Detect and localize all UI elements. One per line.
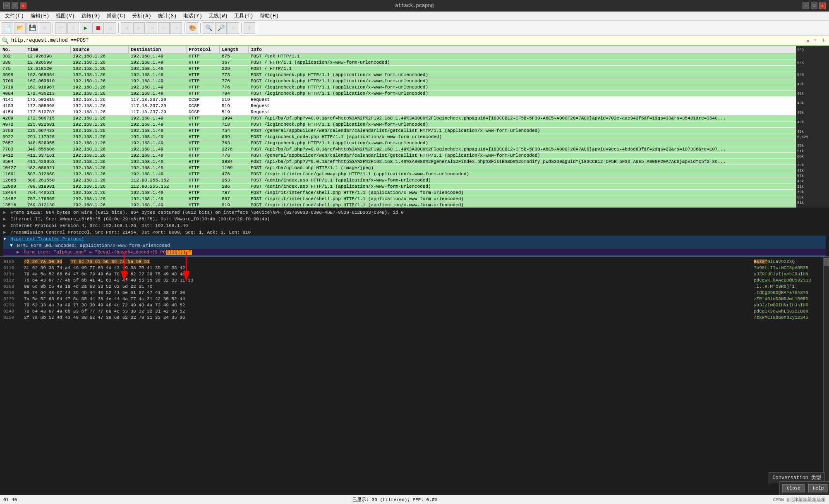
table-row[interactable]: 388 12.926599 192.168.1.26 192.168.1.49 … <box>0 60 829 66</box>
help-btn-bottom[interactable]: Help <box>808 484 828 492</box>
win-restore[interactable]: □ <box>811 2 817 9</box>
table-row[interactable]: 775 13.618120 192.168.1.26 192.168.1.49 … <box>0 66 829 72</box>
packet-detail: ▶ Frame 14228: 864 bytes on wire (6912 b… <box>0 208 829 257</box>
table-row[interactable]: 4084 172.436213 192.168.1.26 192.168.1.4… <box>0 91 829 97</box>
menu-tools[interactable]: 工具(T) <box>231 12 256 20</box>
win-close[interactable]: ✕ <box>819 2 826 9</box>
sep4 <box>200 23 201 33</box>
detail-form[interactable]: ▼ HTML Form URL-Encoded: application/x-w… <box>3 242 826 249</box>
expand-icon-http: ▼ <box>3 236 6 241</box>
col-dest[interactable]: Destination <box>128 46 186 53</box>
filter-expand-btn[interactable]: ▼ <box>812 37 818 44</box>
table-row[interactable]: 4153 172.508068 192.168.1.26 117.18.237.… <box>0 103 829 109</box>
open-btn[interactable]: 📂 <box>14 22 26 34</box>
col-len[interactable]: Length <box>219 46 248 53</box>
capture-options-btn[interactable]: ⚙ <box>67 22 79 34</box>
detail-tcp[interactable]: ▶ Transmission Control Protocol, Src Por… <box>3 229 826 236</box>
zoom-normal-btn[interactable]: ⊙ <box>228 22 239 34</box>
zoom-in-btn[interactable]: 🔍 <box>203 22 214 34</box>
maximize-btn[interactable]: □ <box>12 2 18 9</box>
expand-icon-frame: ▶ <box>3 210 6 215</box>
table-row[interactable]: 3699 162.968564 192.168.1.26 192.168.1.4… <box>0 72 829 78</box>
menu-wireless[interactable]: 无线(W) <box>206 12 231 20</box>
menu-analyze[interactable]: 分析(A) <box>129 12 155 20</box>
menu-file[interactable]: 文件(F) <box>2 12 27 20</box>
hex-line-0: 0100 42 26 7a 30 3d 47 6c 75 61 56 39 7a… <box>3 259 820 265</box>
menu-jump[interactable]: 跳转(G) <box>78 12 104 20</box>
filter-input[interactable] <box>11 38 804 43</box>
hex-line-1: 0110 3f 62 39 38 74 a4 49 69 77 69 4d 43… <box>3 265 820 271</box>
expand-icon-eth: ▶ <box>3 217 6 222</box>
status-right: CSDN @北津笙笙笙笙笙笙 <box>773 497 826 503</box>
table-row[interactable]: 12900 708.318981 192.168.1.26 112.80.255… <box>0 184 829 190</box>
table-row[interactable]: 6922 291.117928 192.168.1.26 192.168.1.4… <box>0 134 829 140</box>
menu-edit[interactable]: 编辑(E) <box>27 12 53 20</box>
filter-icon: 🔍 <box>2 37 9 44</box>
goto-btn[interactable]: ⇥ <box>146 22 157 34</box>
stop-btn[interactable]: ⏹ <box>92 22 104 34</box>
colorize-btn[interactable]: 🎨 <box>187 22 198 34</box>
back-btn[interactable]: ◀ <box>121 22 132 34</box>
detail-ip[interactable]: ▶ Internet Protocol Version 4, Src: 192.… <box>3 222 826 229</box>
detail-ethernet[interactable]: ▶ Ethernet II, Src: VMware_e6:65:f5 (00:… <box>3 216 826 222</box>
hex-line-9: 0250 2f 7a 6b 52 4d 43 49 38 62 47 39 6e… <box>3 315 820 321</box>
start-btn[interactable]: ▶ <box>80 22 91 34</box>
menu-stats[interactable]: 统计(S) <box>155 12 180 20</box>
table-row[interactable]: 9504 411.420053 192.168.1.26 192.168.1.4… <box>0 159 829 165</box>
close-btn[interactable]: ✕ <box>20 2 26 9</box>
top-btn[interactable]: ⇤ <box>158 22 170 34</box>
reload-btn[interactable]: ⟳ <box>55 22 67 34</box>
close-btn-bottom[interactable]: Close <box>782 484 805 492</box>
table-row[interactable]: 3719 162.918967 192.168.1.26 192.168.1.4… <box>0 84 829 91</box>
filter-clear-btn[interactable]: ✕ <box>804 36 812 45</box>
detail-frame[interactable]: ▶ Frame 14228: 864 bytes on wire (6912 b… <box>3 209 826 216</box>
status-left: 01 40 <box>3 497 17 502</box>
col-no[interactable]: No. <box>0 46 25 53</box>
table-row[interactable]: 382 12.926398 192.168.1.26 192.168.1.49 … <box>0 53 829 60</box>
menu-bar: 文件(F) 编辑(E) 视图(V) 跳转(G) 捕获(C) 分析(A) 统计(S… <box>0 12 829 21</box>
hex-line-3: 012e 70 64 43 67 77 4b 5f 6b 41 41 63 42… <box>3 277 820 284</box>
hex-dump: 0100 42 26 7a 30 3d 47 6c 75 61 56 39 7a… <box>0 257 823 504</box>
table-row[interactable]: 10427 482.086921 192.168.1.26 192.168.1.… <box>0 165 829 171</box>
table-row[interactable]: 9412 411.337161 192.168.1.26 192.168.1.4… <box>0 153 829 159</box>
detail-http[interactable]: ▼ Hypertext Transfer Protocol <box>3 236 826 242</box>
menu-help[interactable]: 帮助(H) <box>256 12 282 20</box>
new-btn[interactable]: 📄 <box>2 22 13 34</box>
hex-scrollbar-thumb[interactable] <box>824 258 829 266</box>
detail-http-text: Hypertext Transfer Protocol <box>10 236 84 241</box>
close-file-btn[interactable]: ✖ <box>39 22 50 34</box>
zoom-out-btn[interactable]: 🔎 <box>215 22 227 34</box>
col-info[interactable]: Info <box>248 46 829 53</box>
menu-capture[interactable]: 捕获(C) <box>103 12 129 20</box>
forward-btn[interactable]: ▶ <box>133 22 145 34</box>
table-row[interactable]: 4972 225.022681 192.168.1.26 192.168.1.4… <box>0 122 829 128</box>
table-row[interactable]: 3709 162.869610 192.168.1.26 192.168.1.4… <box>0 78 829 84</box>
table-row[interactable]: 13464 764.449521 192.168.1.26 192.168.1.… <box>0 190 829 196</box>
filter-add-btn[interactable]: + <box>820 36 827 45</box>
table-row[interactable]: 4289 172.586715 192.168.1.26 192.168.1.4… <box>0 115 829 122</box>
table-row[interactable]: 11691 587.312668 192.168.1.26 192.168.1.… <box>0 171 829 177</box>
menu-view[interactable]: 视图(V) <box>53 12 78 20</box>
col-time[interactable]: Time <box>25 46 70 53</box>
table-row[interactable]: 5753 225.667423 192.168.1.26 192.168.1.4… <box>0 128 829 134</box>
table-row[interactable]: 12665 688.261550 192.168.1.26 112.80.255… <box>0 177 829 184</box>
minimize-btn[interactable]: ─ <box>3 2 10 9</box>
col-source[interactable]: Source <box>70 46 128 53</box>
table-row[interactable]: 4141 172.503819 192.168.1.26 117.18.237.… <box>0 97 829 103</box>
restart-btn[interactable]: ↺ <box>105 22 116 34</box>
col-proto[interactable]: Protocol <box>186 46 219 53</box>
win-minimize[interactable]: ─ <box>803 2 809 9</box>
bottom-btn[interactable]: ⇥ <box>170 22 182 34</box>
table-row[interactable]: 4154 172.510787 192.168.1.26 117.18.237.… <box>0 109 829 115</box>
resize-cols-btn[interactable]: ⊞ <box>244 22 255 34</box>
packet-list: No. Time Source Destination Protocol Len… <box>0 46 829 208</box>
menu-phone[interactable]: 电话(Y) <box>180 12 206 20</box>
hex-area: 0100 42 26 7a 30 3d 47 6c 75 61 56 39 7a… <box>0 257 829 504</box>
table-row[interactable]: 13516 769.812130 192.168.1.26 192.168.1.… <box>0 202 829 208</box>
table-row[interactable]: 7657 348.526955 192.168.1.26 192.168.1.4… <box>0 140 829 146</box>
table-row[interactable]: 7783 348.655606 192.168.1.26 192.168.1.4… <box>0 146 829 153</box>
save-btn[interactable]: 💾 <box>26 22 38 34</box>
expand-icon-ip: ▶ <box>3 223 6 228</box>
detail-form-alphae[interactable]: ▶ Form item: "alphae_van" = "@eval-{base… <box>3 249 826 256</box>
table-row[interactable]: 13482 767.176565 192.168.1.26 192.168.1.… <box>0 196 829 202</box>
